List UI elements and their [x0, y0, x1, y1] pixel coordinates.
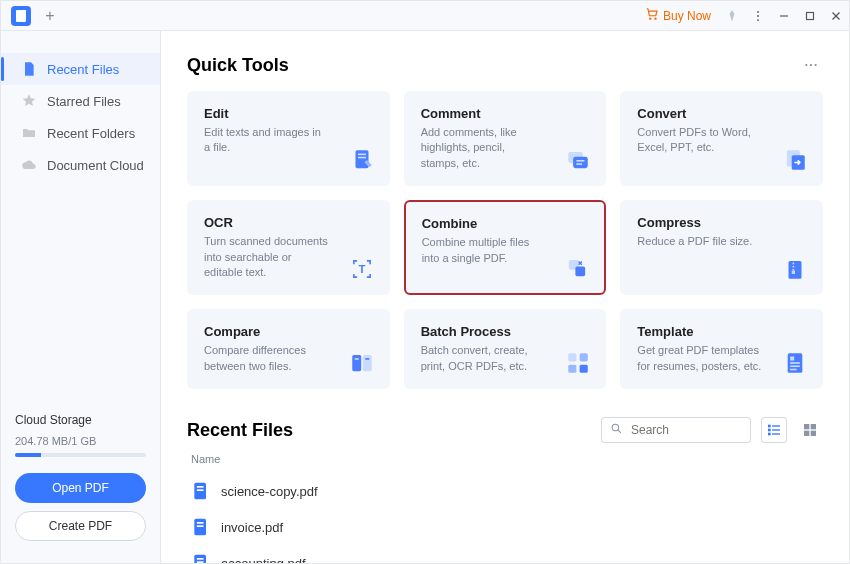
ocr-icon: T [347, 256, 377, 282]
tool-card-comment[interactable]: Comment Add comments, like highlights, p… [404, 91, 607, 186]
search-box[interactable] [601, 417, 751, 443]
svg-point-0 [650, 18, 651, 19]
svg-rect-55 [197, 522, 204, 524]
file-row[interactable]: science-copy.pdf [187, 473, 823, 509]
cloud-icon [21, 157, 37, 173]
tool-title: Template [637, 324, 762, 339]
sidebar-item-recent-files[interactable]: Recent Files [1, 53, 160, 85]
svg-rect-32 [569, 365, 577, 373]
svg-rect-52 [197, 486, 204, 488]
svg-rect-42 [772, 426, 780, 427]
svg-rect-16 [573, 157, 588, 168]
tool-title: Convert [637, 106, 762, 121]
create-pdf-label: Create PDF [49, 519, 112, 533]
sidebar-item-document-cloud[interactable]: Document Cloud [1, 149, 160, 181]
tool-title: Comment [421, 106, 546, 121]
cloud-storage-stats: 204.78 MB/1 GB [15, 435, 146, 447]
svg-rect-35 [790, 357, 794, 361]
tool-desc: Combine multiple files into a single PDF… [422, 235, 545, 266]
svg-rect-29 [365, 358, 369, 360]
svg-rect-37 [790, 366, 800, 368]
tool-title: Combine [422, 216, 545, 231]
tool-card-convert[interactable]: Convert Convert PDFs to Word, Excel, PPT… [620, 91, 823, 186]
compare-icon [347, 350, 377, 376]
search-icon [610, 421, 623, 439]
tool-card-combine[interactable]: Combine Combine multiple files into a si… [404, 200, 607, 295]
tool-card-template[interactable]: Template Get great PDF templates for res… [620, 309, 823, 389]
minimize-button[interactable] [771, 3, 797, 29]
file-icon [21, 61, 37, 77]
tool-card-edit[interactable]: Edit Edit texts and images in a file. [187, 91, 390, 186]
quick-tools-more-button[interactable] [799, 53, 823, 77]
svg-rect-33 [580, 365, 588, 373]
convert-icon [780, 147, 810, 173]
tool-desc: Batch convert, create, print, OCR PDFs, … [421, 343, 546, 374]
svg-rect-13 [358, 154, 366, 156]
file-row[interactable]: accounting.pdf [187, 545, 823, 563]
svg-rect-45 [768, 433, 771, 436]
main-panel[interactable]: Quick Tools Edit Edit texts and images i… [161, 31, 849, 563]
tool-card-batch-process[interactable]: Batch Process Batch convert, create, pri… [404, 309, 607, 389]
grid-view-button[interactable] [797, 417, 823, 443]
tool-desc: Reduce a PDF file size. [637, 234, 762, 249]
sidebar-nav: Recent Files Starred Files Recent Folder… [1, 31, 160, 181]
batch-icon [563, 350, 593, 376]
svg-rect-58 [197, 558, 204, 560]
sidebar-item-recent-folders[interactable]: Recent Folders [1, 117, 160, 149]
quick-tools-title: Quick Tools [187, 55, 799, 76]
sidebar: Recent Files Starred Files Recent Folder… [1, 31, 161, 563]
cloud-storage-bar [15, 453, 146, 457]
combine-icon [562, 255, 592, 281]
tool-card-compare[interactable]: Compare Compare differences between two … [187, 309, 390, 389]
open-pdf-button[interactable]: Open PDF [15, 473, 146, 503]
svg-line-40 [618, 430, 621, 433]
svg-rect-47 [804, 424, 809, 429]
title-bar: + Buy Now [1, 1, 849, 31]
close-button[interactable] [823, 3, 849, 29]
svg-point-4 [757, 19, 759, 21]
svg-rect-25 [792, 271, 795, 274]
tool-title: Compress [637, 215, 762, 230]
quick-tools-header: Quick Tools [187, 53, 823, 77]
buy-now-link[interactable]: Buy Now [645, 7, 711, 24]
svg-point-2 [757, 10, 759, 12]
svg-rect-23 [576, 267, 586, 277]
svg-rect-18 [577, 163, 583, 165]
maximize-button[interactable] [797, 3, 823, 29]
sidebar-item-starred-files[interactable]: Starred Files [1, 85, 160, 117]
app-logo-icon [11, 6, 31, 26]
svg-rect-28 [354, 358, 358, 360]
svg-rect-53 [197, 490, 204, 492]
create-pdf-button[interactable]: Create PDF [15, 511, 146, 541]
tool-card-compress[interactable]: Compress Reduce a PDF file size. [620, 200, 823, 295]
tool-desc: Turn scanned documents into searchable o… [204, 234, 329, 280]
svg-rect-59 [197, 562, 204, 563]
pdf-file-icon [191, 481, 211, 501]
buy-now-label: Buy Now [663, 9, 711, 23]
cloud-storage-fill [15, 453, 41, 457]
new-tab-button[interactable]: + [39, 5, 61, 27]
tool-desc: Compare differences between two files. [204, 343, 329, 374]
file-name: invoice.pdf [221, 520, 283, 535]
svg-rect-43 [768, 429, 771, 432]
svg-rect-48 [811, 424, 816, 429]
file-row[interactable]: invoice.pdf [187, 509, 823, 545]
file-name: science-copy.pdf [221, 484, 318, 499]
pdf-file-icon [191, 553, 211, 563]
tool-card-ocr[interactable]: OCR Turn scanned documents into searchab… [187, 200, 390, 295]
body: Recent Files Starred Files Recent Folder… [1, 31, 849, 563]
search-input[interactable] [629, 422, 783, 438]
svg-rect-44 [772, 430, 780, 431]
edit-icon [347, 147, 377, 173]
recent-files-title: Recent Files [187, 420, 591, 441]
more-menu-button[interactable] [745, 3, 771, 29]
pdf-file-icon [191, 517, 211, 537]
tool-desc: Convert PDFs to Word, Excel, PPT, etc. [637, 125, 762, 156]
premium-icon[interactable] [719, 3, 745, 29]
sidebar-item-label: Recent Files [47, 62, 119, 77]
svg-rect-31 [580, 354, 588, 362]
svg-point-3 [757, 15, 759, 17]
svg-rect-50 [811, 431, 816, 436]
list-view-button[interactable] [761, 417, 787, 443]
recent-files-header: Recent Files [187, 417, 823, 443]
